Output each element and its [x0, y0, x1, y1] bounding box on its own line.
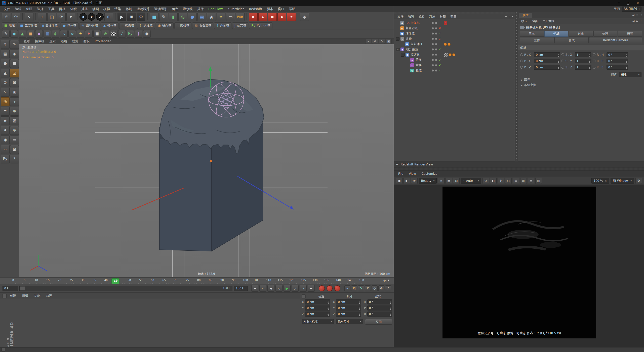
material-menu-item[interactable]: 功能 [32, 293, 43, 298]
layout-select[interactable]: RS (用户) ▾ [622, 7, 641, 12]
viewport-menu-item[interactable]: 选项 [59, 39, 69, 44]
render-visibility-dot[interactable] [435, 64, 437, 66]
keyframe-ring-icon[interactable] [561, 60, 564, 62]
restart-render-button[interactable]: ⟳ [411, 178, 418, 184]
stepper-icon[interactable] [328, 307, 329, 311]
autokeying-button[interactable] [327, 285, 333, 291]
render-visibility-dot[interactable] [435, 59, 437, 61]
renderview-menu-item[interactable]: View [407, 172, 418, 176]
key-pla-button[interactable]: ◇ [372, 285, 378, 291]
render-region-button[interactable]: ▣ [127, 13, 136, 21]
range-end-field[interactable]: 150 F [234, 286, 248, 291]
menubar-item[interactable]: 运动跟踪 [134, 6, 152, 12]
parameter-input[interactable]: 0 ° [607, 52, 628, 57]
start-render-button[interactable]: ▶ [404, 178, 410, 184]
more-icon[interactable]: ⋮ [640, 20, 642, 23]
coord-input[interactable]: 0 cm [305, 299, 330, 304]
render-visibility-dot[interactable] [435, 38, 437, 40]
coord-input[interactable]: 0 cm [336, 312, 361, 317]
menubar-item[interactable]: 动画 [90, 6, 101, 12]
collapsed-section[interactable]: ▶冻结变换 [518, 82, 644, 88]
capsule-field-button[interactable]: ▯胶囊域 [119, 22, 136, 29]
stepper-icon[interactable] [589, 66, 590, 70]
parameter-input[interactable]: 0 cm [534, 65, 560, 70]
object-row[interactable]: ≈置换✓ [394, 63, 515, 68]
menubar-item[interactable]: 渲染 [112, 6, 123, 12]
collapse-toggle-icon[interactable]: − [396, 37, 399, 41]
viewport-3d[interactable]: 默认摄像机 Number of emitters: 0 Total live p… [19, 44, 394, 277]
last-tool-button[interactable]: ▾ [66, 13, 75, 21]
spline-pen-button[interactable]: ✎ [159, 13, 168, 21]
texture-tag-icon[interactable] [444, 53, 448, 57]
selection-tag-icon[interactable] [444, 43, 447, 46]
coordinate-system-button[interactable]: ⊕ [104, 13, 113, 21]
coord-input[interactable]: 0 cm [336, 299, 361, 304]
material-menu-item[interactable]: 编辑 [20, 293, 31, 298]
window-menu-icon[interactable]: ≡ [396, 162, 398, 166]
visibility-dots[interactable] [432, 69, 437, 72]
play-backwards-button[interactable]: ◁ [275, 285, 283, 292]
palette-tool-button[interactable]: ▱ [1, 145, 10, 154]
coord-input[interactable]: 0 cm [336, 305, 361, 311]
palette-tool-button[interactable]: ＋ [10, 97, 19, 106]
extra-tool-15-button[interactable]: ♪ [118, 30, 126, 38]
array-button[interactable]: ▦ [197, 13, 206, 21]
keyframe-selection-button[interactable] [334, 285, 340, 291]
editor-visibility-dot[interactable] [432, 22, 434, 24]
attribute-tab[interactable]: 细节 [618, 31, 642, 37]
stepper-icon[interactable] [390, 313, 391, 317]
parameter-input[interactable]: 1 [575, 59, 591, 63]
attributes-tab[interactable]: 属性 [519, 13, 532, 18]
object-manager-menu-item[interactable]: 查看 [417, 14, 427, 19]
stepper-icon[interactable] [359, 307, 360, 311]
menubar-item[interactable]: 模拟 [101, 6, 112, 12]
extra-tool-8-button[interactable]: ∿ [60, 30, 68, 38]
python-tool-button[interactable]: Py [127, 30, 134, 38]
coord-input[interactable]: 0 ° [367, 312, 392, 317]
formula-field-button[interactable]: ƒ公式域 [232, 22, 249, 29]
object-manager-menu-item[interactable]: 书签 [448, 14, 458, 19]
palette-tool-button[interactable]: ◱ [10, 69, 19, 77]
visibility-dots[interactable] [432, 43, 437, 45]
freeze-button[interactable]: ❄ [498, 178, 504, 184]
generator-torus-button[interactable]: ◎ [178, 13, 187, 21]
coords-mode-select[interactable]: 对象 (相对) ▾ [302, 319, 334, 324]
metaball-button[interactable]: ● [188, 13, 197, 21]
extra-tool-3-button[interactable]: ▲ [19, 30, 26, 38]
order-select[interactable]: HPB ▾ [619, 72, 641, 77]
palette-tool-button[interactable]: ▦ [1, 50, 10, 58]
keyframe-ring-icon[interactable] [520, 53, 523, 56]
palette-tool-button[interactable]: ◉ [1, 136, 10, 144]
extra-tool-6-button[interactable]: ▦ [44, 30, 51, 38]
region-render-button[interactable]: ○ [505, 178, 512, 184]
menubar-item[interactable]: 编辑 [13, 6, 24, 12]
zoom-field[interactable]: 100 % ⇅ [591, 178, 609, 184]
menubar-item[interactable]: 脚本 [264, 6, 275, 12]
keyframe-ring-icon[interactable] [593, 66, 595, 69]
menubar-item[interactable]: 角色 [170, 6, 181, 12]
attribute-tab[interactable]: 基本 [520, 31, 544, 37]
go-to-start-button[interactable]: ⇤ [251, 285, 258, 292]
key-rotation-button[interactable]: ⟳ [358, 285, 364, 291]
palette-tool-button[interactable]: ▣ [10, 88, 19, 97]
stepper-icon[interactable] [390, 301, 391, 305]
parameter-input[interactable]: 1 [575, 65, 591, 70]
random-field-button[interactable]: ∴随机域 [174, 22, 191, 29]
lock-y-axis-button[interactable]: Y [88, 13, 95, 21]
snapshot-gallery-button[interactable]: ▤ [528, 178, 534, 184]
menubar-item[interactable]: Redshift [247, 7, 264, 11]
coord-input[interactable]: 0 ° [367, 299, 392, 304]
visibility-dots[interactable] [432, 32, 437, 35]
sound-field-button[interactable]: ♪声音域 [214, 22, 231, 29]
palette-tool-button[interactable]: ≡ [1, 107, 10, 116]
go-to-end-button[interactable]: ⇥ [308, 285, 315, 292]
extra-tool-12-button[interactable]: ▣ [93, 30, 101, 38]
enabled-check-icon[interactable]: ✓ [439, 64, 441, 67]
attribute-menu-item[interactable]: 用户数据 [540, 19, 556, 24]
keyframe-ring-icon[interactable] [593, 60, 595, 62]
extra-tool-10-button[interactable]: ★ [77, 30, 84, 38]
zoom-view-button[interactable]: ⊕ [372, 39, 378, 44]
menu-icon[interactable]: ≡ [505, 15, 507, 18]
layers-button[interactable]: ▦ [446, 178, 452, 184]
viewport-menu-item[interactable]: 过滤 [70, 39, 81, 44]
